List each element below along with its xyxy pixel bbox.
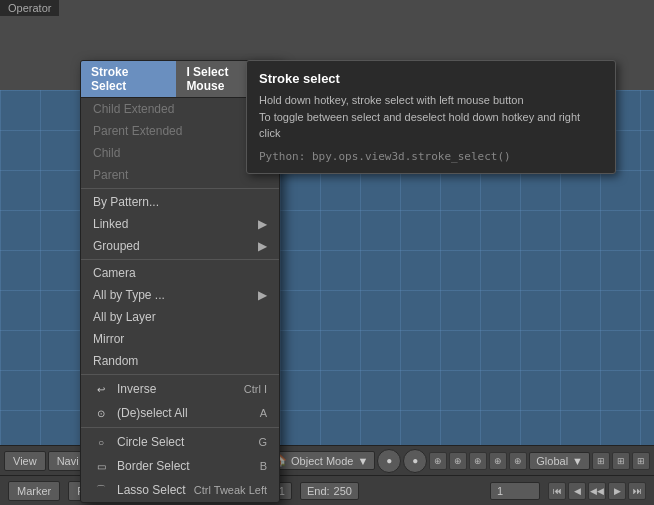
menu-item-by-pattern[interactable]: By Pattern...	[81, 191, 279, 213]
nav-icon-2[interactable]: ⊕	[449, 452, 467, 470]
menu-item-all-by-type[interactable]: All by Type ... ▶	[81, 284, 279, 306]
nav-icon-1[interactable]: ⊕	[429, 452, 447, 470]
dot-button-1[interactable]: ●	[377, 449, 401, 473]
nav-icon-8[interactable]: ⊞	[632, 452, 650, 470]
all-by-type-arrow-icon: ▶	[258, 288, 267, 302]
tooltip: Stroke select Hold down hotkey, stroke s…	[246, 60, 616, 174]
nav-icon-7[interactable]: ⊞	[612, 452, 630, 470]
menu-item-border-select[interactable]: ▭ Border Select B	[81, 454, 279, 478]
menu-item-linked[interactable]: Linked ▶	[81, 213, 279, 235]
menu-item-lasso-select[interactable]: ⌒ Lasso Select Ctrl Tweak Left	[81, 478, 279, 502]
tooltip-line1: Hold down hotkey, stroke select with lef…	[259, 92, 603, 109]
playback-controls: ⏮ ◀ ◀◀ ▶ ⏭	[548, 482, 646, 500]
menu-item-camera[interactable]: Camera	[81, 262, 279, 284]
divider-4	[81, 427, 279, 428]
nav-icon-3[interactable]: ⊕	[469, 452, 487, 470]
object-mode-select[interactable]: 🏠 Object Mode ▼	[266, 451, 375, 470]
step-forward-icon[interactable]: ▶	[608, 482, 626, 500]
divider-3	[81, 374, 279, 375]
play-reverse-icon[interactable]: ◀◀	[588, 482, 606, 500]
current-frame-field[interactable]: 1	[490, 482, 540, 500]
view-button[interactable]: View	[4, 451, 46, 471]
menu-item-random[interactable]: Random	[81, 350, 279, 372]
deselect-all-icon: ⊙	[93, 405, 109, 421]
operator-text: Operator	[8, 2, 51, 14]
marker-button[interactable]: Marker	[8, 481, 60, 501]
nav-icon-6[interactable]: ⊞	[592, 452, 610, 470]
menu-item-grouped[interactable]: Grouped ▶	[81, 235, 279, 257]
jump-end-icon[interactable]: ⏭	[628, 482, 646, 500]
inverse-icon: ↩	[93, 381, 109, 397]
end-field[interactable]: End: 250	[300, 482, 359, 500]
menu-item-deselect-all[interactable]: ⊙ (De)select All A	[81, 401, 279, 425]
menu-item-inverse[interactable]: ↩ Inverse Ctrl I	[81, 377, 279, 401]
nav-icons-2: ⊞ ⊞ ⊞	[592, 452, 650, 470]
tooltip-python: Python: bpy.ops.view3d.stroke_select()	[259, 150, 603, 163]
circle-select-icon: ○	[93, 434, 109, 450]
tooltip-title: Stroke select	[259, 71, 603, 86]
step-back-icon[interactable]: ◀	[568, 482, 586, 500]
menu-item-circle-select[interactable]: ○ Circle Select G	[81, 430, 279, 454]
menu-header-stroke-select[interactable]: Stroke Select	[81, 61, 176, 97]
jump-start-icon[interactable]: ⏮	[548, 482, 566, 500]
nav-icons: ⊕ ⊕ ⊕ ⊕ ⊕	[429, 452, 527, 470]
nav-icon-4[interactable]: ⊕	[489, 452, 507, 470]
grouped-arrow-icon: ▶	[258, 239, 267, 253]
divider-1	[81, 188, 279, 189]
divider-2	[81, 259, 279, 260]
global-select[interactable]: Global ▼	[529, 452, 590, 470]
lasso-select-icon: ⌒	[93, 482, 109, 498]
menu-item-all-by-layer[interactable]: All by Layer	[81, 306, 279, 328]
global-chevron-icon: ▼	[572, 455, 583, 467]
tooltip-line2: To toggle between select and deselect ho…	[259, 109, 603, 142]
border-select-icon: ▭	[93, 458, 109, 474]
object-mode-chevron-icon: ▼	[357, 455, 368, 467]
menu-item-mirror[interactable]: Mirror	[81, 328, 279, 350]
dot-button-2[interactable]: ●	[403, 449, 427, 473]
tooltip-description: Hold down hotkey, stroke select with lef…	[259, 92, 603, 142]
nav-icon-5[interactable]: ⊕	[509, 452, 527, 470]
operator-label: Operator	[0, 0, 59, 16]
linked-arrow-icon: ▶	[258, 217, 267, 231]
